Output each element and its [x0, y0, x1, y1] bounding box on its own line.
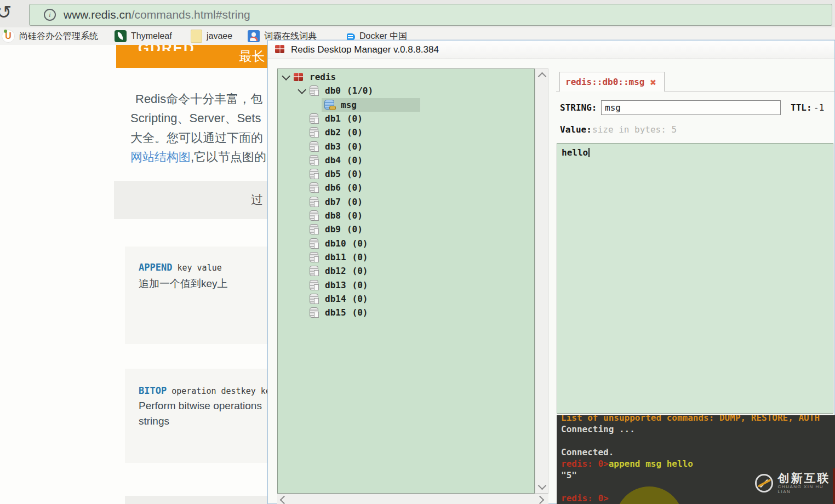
reload-icon[interactable]: ↻	[0, 1, 12, 23]
scroll-down-icon[interactable]	[538, 482, 547, 490]
redis-console[interactable]: List of unsupported commands: DUMP, REST…	[557, 415, 835, 504]
bookmark-shangguigu[interactable]: U 尚硅谷办公管理系统	[2, 27, 98, 45]
page-info-icon[interactable]: i	[44, 9, 56, 21]
tree-node-count: (0)	[352, 238, 368, 249]
page-paragraph-line: Redis命令十分丰富，包	[135, 91, 262, 107]
tree-node-label: db14	[325, 294, 346, 304]
database-icon	[310, 238, 318, 249]
tree-node-label: db10	[325, 238, 346, 249]
tree-vertical-scrollbar[interactable]	[535, 68, 548, 494]
tree-node-db8[interactable]: db8(0)	[295, 209, 363, 222]
expand-chevron[interactable]	[295, 85, 310, 96]
tree-node-redis[interactable]: redis	[279, 70, 336, 84]
filter-box: 过	[114, 181, 270, 219]
database-icon	[310, 266, 318, 276]
tree-horizontal-scrollbar[interactable]	[277, 494, 548, 504]
tree-node-db7[interactable]: db7(0)	[295, 195, 363, 209]
scroll-up-icon[interactable]	[538, 72, 547, 81]
tree-node-label: db3	[325, 141, 341, 152]
tree-node-count: (0)	[347, 169, 363, 179]
tree-node-label: msg	[341, 100, 357, 110]
database-icon	[310, 169, 318, 179]
chevron-down-icon	[298, 86, 306, 95]
tree-node-msg[interactable]: msg	[322, 98, 420, 112]
command-name-link[interactable]: BITOP	[139, 385, 167, 396]
tree-node-count: (0)	[347, 155, 363, 165]
tree-node-db15[interactable]: db15(0)	[295, 306, 368, 319]
tree-node-db6[interactable]: db6(0)	[295, 181, 363, 194]
command-description: strings	[139, 415, 169, 427]
tree-node-db12[interactable]: db12(0)	[295, 264, 368, 278]
value-size-hint: size in bytes: 5	[592, 124, 677, 135]
value-editor[interactable]: hello	[557, 143, 833, 414]
tree-node-count: (0)	[352, 294, 368, 304]
tab-close-icon[interactable]: ✖	[650, 76, 656, 88]
tree-node-db9[interactable]: db9(0)	[295, 222, 363, 236]
bookmark-javaee[interactable]: javaee	[191, 27, 232, 45]
database-icon	[310, 113, 318, 124]
expand-chevron[interactable]	[279, 72, 294, 82]
tree-node-db3[interactable]: db3(0)	[295, 140, 363, 153]
url-domain: www.redis.cn	[64, 8, 131, 21]
tab-redis-db0-msg[interactable]: redis::db0::msg ✖	[559, 72, 665, 91]
watermark-brand: 创新互联	[778, 472, 835, 484]
address-bar[interactable]: i www.redis.cn/commands.html#string	[29, 4, 832, 26]
database-icon	[310, 210, 318, 221]
console-text-segment: "5"	[561, 470, 577, 480]
site-banner: GDRED 最长	[116, 45, 270, 68]
tree-node-label: db7	[325, 197, 341, 207]
scroll-left-icon[interactable]	[280, 496, 289, 504]
tree-node-db14[interactable]: db14(0)	[295, 292, 368, 306]
console-text-segment: append msg hello	[609, 459, 693, 469]
ttl-value: -1	[814, 102, 824, 113]
webpage-background: GDRED 最长 Redis命令十分丰富，包 Scripting、Server、…	[0, 45, 270, 504]
page-paragraph-line: 大全。您可以通过下面的	[130, 130, 263, 146]
tree-node-db10[interactable]: db10(0)	[295, 237, 368, 250]
watermark-logo: 创新互联 CHUANG XIN HU LIAN	[755, 472, 835, 494]
console-text-segment: redis: 0>	[561, 493, 609, 503]
tree-node-db11[interactable]: db11(0)	[295, 250, 368, 264]
console-line: redis: 0>	[561, 492, 609, 504]
command-description: Perform bitwise operations	[139, 400, 262, 412]
bookmark-label: 尚硅谷办公管理系统	[19, 31, 98, 42]
command-name-link[interactable]: APPEND	[139, 262, 172, 273]
url-path: /commands.html#string	[131, 8, 250, 21]
tree-node-count: (0)	[352, 307, 368, 318]
tree-node-db1[interactable]: db1(0)	[295, 112, 363, 125]
database-icon	[310, 294, 318, 304]
database-icon	[310, 252, 318, 262]
console-text-segment: redis: 0>	[561, 459, 609, 469]
rdm-titlebar[interactable]: Redis Desktop Manager v.0.8.8.384	[268, 41, 834, 59]
watermark-circle	[615, 486, 683, 504]
key-name-input[interactable]	[601, 100, 781, 115]
tree-node-label: db13	[325, 280, 346, 290]
tree-node-label: db5	[325, 169, 341, 179]
watermark-brand-sub: CHUANG XIN HU LIAN	[778, 484, 835, 494]
bookmark-thymeleaf[interactable]: Thymeleaf	[115, 27, 172, 45]
command-args: operation destkey key	[167, 386, 276, 396]
tree-node-db13[interactable]: db13(0)	[295, 278, 368, 292]
tree-node-label: db9	[325, 224, 341, 234]
database-icon	[310, 127, 318, 138]
tree-node-count: (0)	[347, 224, 363, 234]
tree-node-count: (1/0)	[347, 85, 373, 96]
tree-node-db2[interactable]: db2(0)	[295, 125, 363, 139]
command-args: key value	[172, 263, 221, 273]
link-suffix-text: ,它以节点图的	[191, 150, 266, 164]
console-line: List of unsupported commands: DUMP, REST…	[561, 415, 820, 423]
edge-artifact	[833, 468, 835, 504]
sitemap-link[interactable]: 网站结构图	[130, 150, 191, 164]
tree-node-db4[interactable]: db4(0)	[295, 153, 363, 167]
database-icon	[310, 224, 318, 234]
command-card-append: APPEND key value 追加一个值到key上	[125, 247, 270, 344]
database-icon	[310, 155, 318, 165]
database-icon	[310, 280, 318, 290]
thymeleaf-leaf-icon	[115, 30, 127, 42]
tree-node-count: (0)	[347, 210, 363, 221]
command-signature: BITOP operation destkey key	[139, 385, 276, 396]
tree-node-db5[interactable]: db5(0)	[295, 167, 363, 181]
tree-node-db0[interactable]: db0(1/0)	[295, 84, 373, 98]
scroll-right-icon[interactable]	[536, 496, 545, 504]
tree-node-count: (0)	[347, 113, 363, 124]
console-text-segment: Connecting ...	[561, 424, 635, 434]
